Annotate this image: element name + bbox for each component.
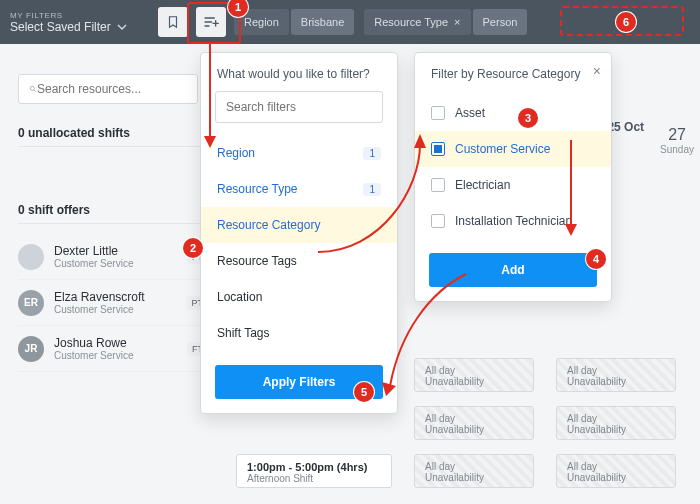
filter-type-panel: What would you like to filter? Region1 R… [200, 52, 398, 414]
resource-row[interactable]: ER Elza Ravenscroft Customer Service PT [18, 280, 208, 326]
saved-filter-value: Select Saved Filter [10, 20, 111, 34]
bookmark-icon [166, 15, 180, 29]
chevron-down-icon [117, 22, 127, 32]
resource-role: Customer Service [54, 258, 177, 269]
filter-item-resource-category[interactable]: Resource Category [201, 207, 397, 243]
resource-row[interactable]: Dexter Little Customer Service FT [18, 234, 208, 280]
filter-item-shift-tags[interactable]: Shift Tags [201, 315, 397, 351]
resource-role: Customer Service [54, 304, 176, 315]
unavailability-slot[interactable]: All day Unavailability [414, 454, 534, 488]
chip-value[interactable]: Brisbane [291, 9, 354, 35]
add-filter-icon [203, 15, 219, 29]
resource-name: Joshua Rowe [54, 336, 177, 350]
unavailability-slot[interactable]: All day Unavailability [414, 406, 534, 440]
checkbox[interactable] [431, 106, 445, 120]
resource-category-panel: Filter by Resource Category × Asset Cust… [414, 52, 612, 302]
panel-title: What would you like to filter? [201, 53, 397, 91]
checkbox[interactable] [431, 178, 445, 192]
checkbox[interactable] [431, 214, 445, 228]
unavailability-slot[interactable]: All day Unavailability [556, 358, 676, 392]
avatar [18, 244, 44, 270]
resource-name: Elza Ravenscroft [54, 290, 176, 304]
filter-item-resource-tags[interactable]: Resource Tags [201, 243, 397, 279]
avatar: JR [18, 336, 44, 362]
filter-item-resource-type[interactable]: Resource Type1 [201, 171, 397, 207]
resource-search[interactable] [18, 74, 198, 104]
category-item-customer-service[interactable]: Customer Service [415, 131, 611, 167]
shift-slot[interactable]: 1:00pm - 5:00pm (4hrs) Afternoon Shift [236, 454, 392, 488]
svg-point-0 [30, 86, 34, 90]
calendar-day[interactable]: 27 Sunday [660, 120, 694, 155]
unavailability-slot[interactable]: All day Unavailability [556, 454, 676, 488]
resource-name: Dexter Little [54, 244, 177, 258]
unavailability-slot[interactable]: All day Unavailability [414, 358, 534, 392]
filter-chip-region: Region Brisbane [234, 9, 356, 35]
category-item-asset[interactable]: Asset [415, 95, 611, 131]
search-icon [29, 83, 37, 95]
category-item-installation-technician[interactable]: Installation Technician [415, 203, 611, 239]
chip-remove-icon[interactable]: × [454, 16, 460, 28]
filter-search[interactable] [215, 91, 383, 123]
filter-item-region[interactable]: Region1 [201, 135, 397, 171]
apply-filters-button[interactable]: Apply Filters [215, 365, 383, 399]
checkbox[interactable] [431, 142, 445, 156]
resource-row[interactable]: JR Joshua Rowe Customer Service FT [18, 326, 208, 372]
panel-title: Filter by Resource Category [415, 53, 611, 91]
resource-role: Customer Service [54, 350, 177, 361]
chip-label[interactable]: Resource Type× [364, 9, 470, 35]
bookmark-button[interactable] [158, 7, 188, 37]
resource-search-input[interactable] [37, 82, 187, 96]
my-filters-label: MY FILTERS [10, 11, 150, 20]
add-filter-button[interactable] [196, 7, 226, 37]
chip-label[interactable]: Region [234, 9, 289, 35]
unallocated-heading: 0 unallocated shifts [18, 126, 208, 147]
unavailability-slot[interactable]: All day Unavailability [556, 406, 676, 440]
avatar: ER [18, 290, 44, 316]
my-filters[interactable]: MY FILTERS Select Saved Filter [10, 11, 150, 34]
filter-search-input[interactable] [226, 100, 376, 114]
filter-chip-resource-type: Resource Type× Person [364, 9, 529, 35]
saved-filter-select[interactable]: Select Saved Filter [10, 20, 150, 34]
close-button[interactable]: × [593, 63, 601, 79]
chip-value[interactable]: Person [473, 9, 528, 35]
filter-item-location[interactable]: Location [201, 279, 397, 315]
close-icon: × [593, 63, 601, 79]
category-item-electrician[interactable]: Electrician [415, 167, 611, 203]
filter-toolbar: MY FILTERS Select Saved Filter Region Br… [0, 0, 700, 44]
shift-offers-heading: 0 shift offers [18, 203, 208, 224]
add-button[interactable]: Add [429, 253, 597, 287]
